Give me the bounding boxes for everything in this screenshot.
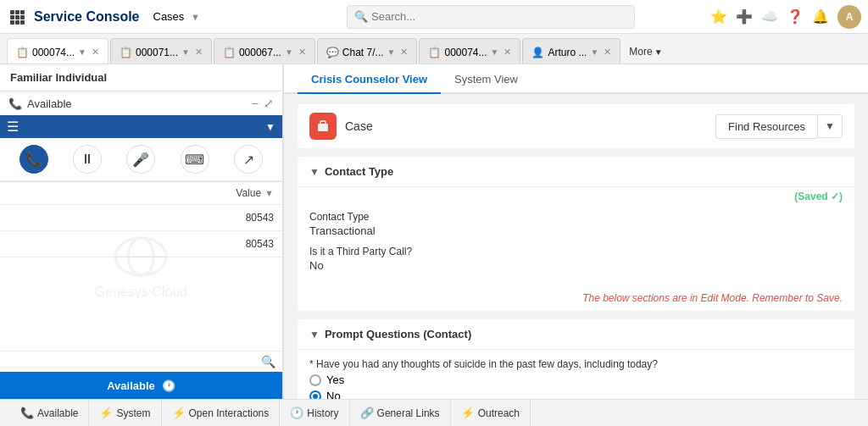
bottom-system[interactable]: ⚡ System [89, 400, 161, 426]
cases-chevron: ▼ [191, 12, 200, 22]
search-input[interactable] [371, 10, 627, 23]
q1-no-option[interactable]: No [309, 390, 843, 399]
tab-chevron: ▼ [491, 47, 499, 57]
prompt-questions-toggle: ▼ [309, 329, 320, 340]
tab-close[interactable]: ✕ [195, 47, 203, 58]
question-1-label: * Have you had any thoughts of suicide i… [309, 358, 843, 370]
hamburger-icon[interactable]: ☰ [7, 119, 19, 135]
list-item[interactable]: 80543 [0, 231, 282, 257]
available-bottom-label: Available [37, 407, 78, 419]
left-content: Value ▼ 80543 80543 Genesys Cloud [0, 182, 282, 351]
add-icon[interactable]: ➕ [736, 8, 753, 25]
q1-no-radio[interactable] [309, 390, 321, 400]
contact-type-section: ▼ Contact Type (Saved ✓) Contact Type Tr… [298, 157, 854, 311]
bottom-bar: 📞 Available ⚡ System ⚡ Open Interactions… [0, 399, 868, 426]
clock-bottom-icon: 🕐 [290, 407, 303, 419]
tab-close[interactable]: ✕ [400, 47, 408, 58]
question-1-options: Yes No [309, 373, 843, 399]
phone-transfer-button[interactable]: ↗ [234, 145, 263, 174]
tab-chevron: ▼ [181, 47, 190, 57]
list-search-icon[interactable]: 🔍 [261, 355, 275, 368]
content-area: Case Find Resources ▼ ▼ Contact Type (Sa… [284, 94, 868, 399]
tab-icon: 👤 [531, 47, 544, 58]
contact-type-body: Contact Type Transactional Is it a Third… [298, 202, 854, 289]
tab-000074-2[interactable]: 📋 000074... ▼ ✕ [419, 38, 520, 64]
tab-icon: 📋 [120, 47, 132, 58]
bottom-general-links[interactable]: 🔗 General Links [350, 400, 451, 426]
tab-arturo[interactable]: 👤 Arturo ... ▼ ✕ [522, 38, 620, 64]
tab-chat7[interactable]: 💬 Chat 7/... ▼ ✕ [317, 38, 418, 64]
sort-chevron[interactable]: ▼ [264, 188, 274, 198]
right-panel: Crisis Counselor View System View Case [284, 64, 868, 399]
find-resources-group: Find Resources ▼ [715, 114, 843, 139]
more-tabs[interactable]: More ▼ [622, 38, 669, 64]
phone-mute-button[interactable]: 🎤 [126, 145, 155, 174]
help-icon[interactable]: ❓ [787, 8, 804, 25]
left-panel: Familiar Individual 📞 Available − ⤢ ☰ ▼ … [0, 64, 284, 399]
svg-rect-2 [20, 10, 25, 14]
tab-000067[interactable]: 📋 000067... ▼ ✕ [214, 38, 315, 64]
global-search[interactable]: 🔍 [347, 5, 635, 29]
bottom-outreach[interactable]: ⚡ Outreach [451, 400, 531, 426]
bottom-open-interactions[interactable]: ⚡ Open Interactions [162, 400, 281, 426]
tab-000074-1[interactable]: 📋 000074... ▼ ✕ [7, 38, 108, 64]
tab-close[interactable]: ✕ [504, 47, 511, 58]
row-value: 80543 [246, 212, 274, 224]
q1-yes-label: Yes [326, 373, 344, 386]
third-party-label: Is it a Third Party Call? [309, 246, 843, 257]
nav-icons: ⭐ ➕ ☁️ ❓ 🔔 A [710, 5, 861, 29]
svg-rect-0 [10, 10, 14, 14]
tab-crisis-counselor[interactable]: Crisis Counselor View [298, 64, 441, 94]
phone-icon: 📞 [8, 97, 22, 110]
list-sub-header: Value ▼ [0, 182, 282, 205]
bottom-available[interactable]: 📞 Available [10, 400, 89, 426]
phone-keypad-button[interactable]: ⌨ [181, 145, 209, 174]
bottom-history[interactable]: 🕐 History [280, 400, 349, 426]
available-bottom-bar[interactable]: Available 🕐 [0, 372, 282, 399]
case-icon [309, 113, 337, 140]
star-icon[interactable]: ⭐ [710, 8, 727, 25]
crisis-tab-label: Crisis Counselor View [311, 73, 427, 86]
lightning-system-icon: ⚡ [99, 407, 113, 419]
row-value: 80543 [246, 238, 274, 250]
saved-badge: (Saved ✓) [298, 187, 854, 202]
avatar[interactable]: A [837, 5, 861, 29]
minimize-icon[interactable]: − [252, 97, 259, 110]
clock-icon: 🕐 [162, 379, 175, 392]
tab-close[interactable]: ✕ [604, 47, 611, 58]
bell-icon[interactable]: 🔔 [812, 8, 829, 25]
controls-dropdown[interactable]: ▼ [265, 121, 275, 133]
third-party-field: Is it a Third Party Call? No [309, 246, 843, 272]
svg-rect-5 [20, 15, 25, 19]
familiar-individual-header: Familiar Individual [0, 64, 282, 91]
contact-type-field: Contact Type Transactional [309, 211, 843, 237]
tab-system-view[interactable]: System View [441, 64, 531, 94]
phone-call-button[interactable]: 📞 [19, 145, 48, 174]
find-resources-dropdown[interactable]: ▼ [817, 114, 843, 138]
find-resources-button[interactable]: Find Resources [715, 114, 817, 139]
prompt-questions-header[interactable]: ▼ Prompt Questions (Contact) [298, 319, 854, 350]
contact-type-header[interactable]: ▼ Contact Type [298, 157, 854, 187]
phone-controls-bar: ☰ ▼ [0, 115, 282, 138]
q1-yes-option[interactable]: Yes [309, 373, 843, 386]
phone-pause-button[interactable]: ⏸ [73, 145, 102, 174]
grid-icon[interactable] [7, 7, 27, 27]
tab-label: 000074... [32, 47, 75, 58]
tab-000071[interactable]: 📋 000071... ▼ ✕ [110, 38, 212, 64]
q1-yes-radio[interactable] [309, 374, 321, 386]
cloud-icon[interactable]: ☁️ [761, 8, 778, 25]
tab-chevron: ▼ [387, 47, 396, 57]
system-tab-label: System View [454, 73, 518, 86]
maximize-icon[interactable]: ⤢ [264, 97, 274, 110]
svg-rect-8 [20, 20, 25, 25]
cases-tab[interactable]: Cases ▼ [153, 10, 306, 23]
question-1-group: * Have you had any thoughts of suicide i… [309, 358, 843, 399]
search-icon: 🔍 [354, 10, 368, 23]
tab-close[interactable]: ✕ [92, 47, 99, 58]
phone-status-bar: 📞 Available − ⤢ [0, 91, 282, 115]
tab-close[interactable]: ✕ [298, 47, 306, 58]
phone-buttons: 📞 ⏸ 🎤 ⌨ ↗ [0, 138, 282, 181]
tab-icon: 📋 [428, 47, 441, 58]
list-item[interactable]: 80543 [0, 205, 282, 231]
tab-chevron: ▼ [78, 47, 86, 57]
